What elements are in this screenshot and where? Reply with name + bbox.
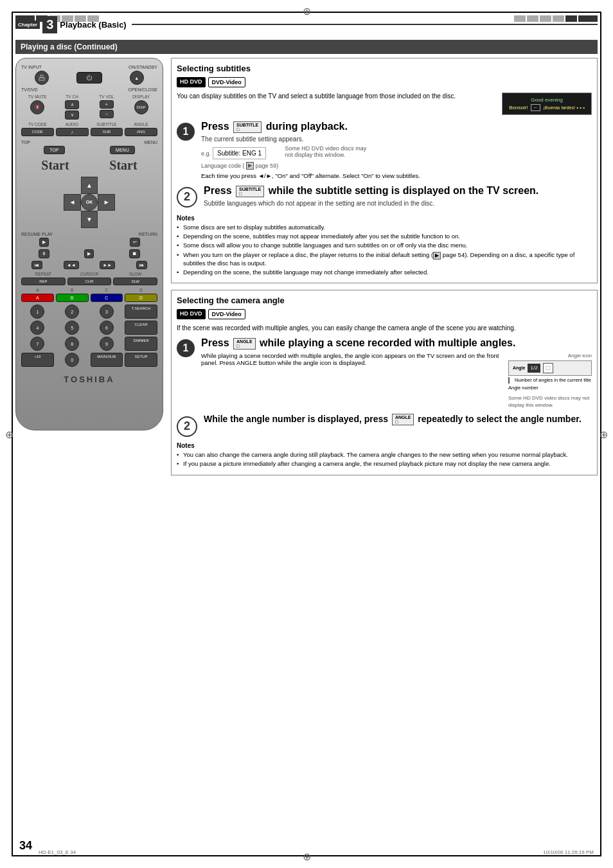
transport-controls: ⏸ ▶ ⏹ — [21, 249, 157, 258]
angle-note-1: You can also change the camera angle dur… — [177, 451, 592, 459]
subtitle-note-1: Some discs are set to display subtitles … — [177, 224, 592, 231]
abcd-row: A B C D — [21, 294, 157, 302]
angle-btn[interactable]: ANG — [125, 128, 157, 136]
bottom-file-info: HD-E1_03_E 34 — [39, 849, 76, 855]
skip-controls: ⏮ ◄◄ ►► ⏭ — [21, 261, 157, 269]
skip-next-btn[interactable]: ⏭ — [136, 261, 147, 269]
top-menu-btn[interactable]: TOP — [44, 146, 64, 154]
remote-row3-labels: TV MUTE TV CH TV VOL DISPLAY — [21, 94, 157, 99]
skip-prev-btn[interactable]: ⏮ — [31, 261, 42, 269]
tsearch-btn[interactable]: T.SEARCH — [125, 305, 157, 319]
angle-step2: 2 While the angle number is displayed, p… — [177, 414, 592, 437]
btn-7[interactable]: 7 — [30, 337, 44, 351]
subtitle-intro-row: You can display subtitles on the TV and … — [177, 93, 592, 115]
resume-play-btn[interactable]: ▶ — [39, 238, 49, 247]
angle-step1-content: Press ANGLE □ while playing a scene reco… — [201, 337, 592, 409]
return-btn[interactable]: ↩ — [130, 238, 140, 247]
brand-label: TOSHIBA — [21, 375, 157, 384]
btn-8[interactable]: 8 — [65, 337, 79, 351]
angle-button2-icon: ANGLE □ — [392, 414, 414, 425]
remote-topmenu-labels: TOP MENU — [21, 140, 157, 145]
page-number: 34 — [19, 839, 32, 853]
angle-hddvd-badge: HD DVD — [177, 309, 206, 319]
reg-mark-right: ⊕ — [600, 428, 608, 440]
angle-notes-title: Notes — [177, 442, 592, 449]
tv-code-btn[interactable]: CODE — [21, 128, 54, 136]
rw-btn[interactable]: ◄◄ — [64, 261, 79, 269]
dpad-ok[interactable]: OK — [81, 194, 98, 211]
abcd-labels: A B C D — [21, 288, 157, 292]
display-btn[interactable]: DISP — [134, 100, 148, 114]
btn-d[interactable]: D — [125, 294, 157, 302]
ff-btn[interactable]: ►► — [100, 261, 115, 269]
angle-format-badges: HD DVD DVD-Video — [177, 309, 592, 319]
tv-mute-btn[interactable]: 🔇 — [30, 100, 44, 114]
tv-ch-down-btn[interactable]: ∨ — [65, 111, 79, 120]
step2-circle: 2 — [177, 187, 197, 208]
tv-vol-down-btn[interactable]: − — [100, 110, 114, 118]
main-sub-btn[interactable]: MAIN/SUB — [91, 353, 123, 367]
btn-6[interactable]: 6 — [100, 321, 114, 335]
subtitle-button2-icon: SUBTITLE □ — [236, 186, 264, 197]
menu-btn[interactable]: MENU — [110, 146, 135, 154]
btn-0[interactable]: 0 — [65, 353, 79, 367]
angle-number-label: Angle number — [508, 385, 592, 392]
btn-5[interactable]: 5 — [65, 321, 79, 335]
subtitle-step1: 1 Press SUBTITLE □ during playback. The … — [177, 120, 592, 179]
btn-a[interactable]: A — [21, 294, 54, 302]
subtitle-intro-text: You can display subtitles on the TV and … — [177, 93, 497, 115]
cursor-btn[interactable]: CUR — [67, 278, 112, 285]
subtitle-note-3: Some discs will allow you to change subt… — [177, 242, 592, 249]
step1-example-row: e.g. Subtitle: ENG 1 Language code ( ▶ p… — [201, 145, 592, 170]
angle-dvd-badge: DVD-Video — [208, 309, 245, 319]
power-btn[interactable]: ⏻ — [76, 72, 102, 84]
clear-btn[interactable]: CLEAR — [125, 321, 157, 335]
btn-2[interactable]: 2 — [65, 305, 79, 319]
angle-step1-title: Press ANGLE □ while playing a scene reco… — [201, 337, 592, 350]
repeat-cursor-row: REP CUR SLW — [21, 278, 157, 285]
dimmer-btn[interactable]: DIMMER — [125, 337, 157, 351]
angle-step1-warning: Some HD DVD video discs may not display … — [508, 394, 592, 409]
btn-9[interactable]: 9 — [100, 337, 114, 351]
chapter-label: Chapter — [15, 21, 40, 29]
btn-4[interactable]: 4 — [30, 321, 44, 335]
btn-1[interactable]: 1 — [30, 305, 44, 319]
btn-3[interactable]: 3 — [100, 305, 114, 319]
angle-step1-body: While playing a scene recorded with mult… — [201, 352, 592, 409]
tv-input-btn[interactable] — [35, 71, 49, 85]
repeat-btn[interactable]: REP — [21, 278, 66, 285]
resume-return-row: ▶ ↩ — [21, 238, 157, 247]
step1-content: Press SUBTITLE □ during playback. The cu… — [201, 120, 592, 179]
dpad-right[interactable]: ► — [98, 194, 115, 211]
play-btn[interactable]: ▶ — [84, 249, 94, 258]
angle-icon-label: Angle icon — [508, 352, 592, 359]
slow-btn[interactable]: SLW — [113, 278, 157, 285]
section-header: Playing a disc (Continued) — [15, 40, 598, 54]
dpad-left[interactable]: ◄ — [64, 194, 81, 211]
svg-rect-0 — [40, 75, 43, 78]
chapter-header: Chapter 3 Playback (Basic) — [15, 15, 598, 33]
subtitle-btn[interactable]: SUB — [91, 128, 123, 136]
stop-btn[interactable]: ⏹ — [129, 249, 140, 258]
remote-start-area: Start Start — [21, 158, 157, 173]
remote-mid-labels: TV/DVD OPEN/CLOSE — [21, 87, 157, 92]
open-close-btn[interactable]: ▲ — [130, 71, 144, 85]
dpad: ▲ ◄ OK ► ▼ — [64, 177, 115, 228]
btn-b[interactable]: B — [56, 294, 89, 302]
btn-c[interactable]: C — [91, 294, 123, 302]
pause-btn[interactable]: ⏸ — [39, 249, 49, 258]
btn-plus10[interactable]: +10 — [21, 353, 54, 367]
reg-mark-left: ⊕ — [5, 428, 13, 440]
tv-ch-up-btn[interactable]: ∧ — [65, 100, 79, 109]
dpad-up[interactable]: ▲ — [81, 177, 98, 194]
angle-step2-content: While the angle number is displayed, pre… — [204, 414, 592, 437]
dpad-down[interactable]: ▼ — [81, 211, 98, 228]
svg-rect-1 — [39, 78, 44, 80]
angle-note-2: If you pause a picture immediately after… — [177, 460, 592, 468]
repeat-cursor-labels: REPEAT CURSOR SLOW — [21, 272, 157, 276]
setup-btn[interactable]: SETUP — [125, 353, 157, 367]
main-content: TV INPUT ON/STANDBY ⏻ ▲ TV/DVD OPEN/CLOS… — [15, 58, 598, 849]
step2-title: Press SUBTITLE □ while the subtitle sett… — [204, 184, 592, 197]
tv-vol-up-btn[interactable]: + — [100, 100, 114, 109]
audio-btn[interactable]: ♪ — [56, 128, 89, 136]
